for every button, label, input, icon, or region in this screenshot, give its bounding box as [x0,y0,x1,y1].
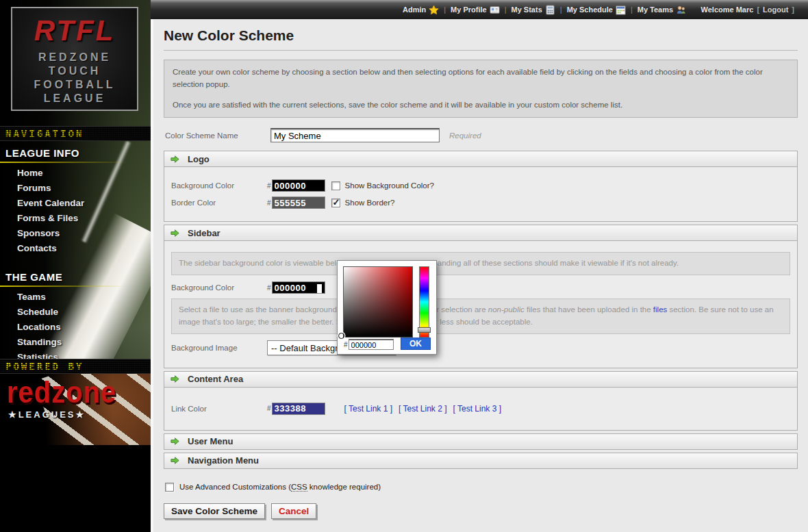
note-italic: non-public [488,305,525,314]
menu-schedule-label: My Schedule [567,5,613,14]
saturation-value-square[interactable] [343,266,413,338]
sidebar-item-forms-files[interactable]: Forms & Files [17,213,151,223]
css-abbr: CSS [291,483,307,492]
separator: | [505,5,507,14]
section-title-sidebar: Sidebar [188,228,220,238]
advanced-label-text: knowledge required) [307,483,381,491]
logo-bg-color-row: Background Color # Show Background Color… [171,179,790,192]
logo-bg-color-input[interactable] [272,179,325,192]
sidebar-item-locations[interactable]: Locations [17,322,151,332]
menu-my-teams[interactable]: My Teams [637,5,686,15]
green-arrow-icon [170,374,180,384]
navigation-band: NAVIGATION [0,126,151,141]
league-logo-line: REDZONE [12,51,137,64]
test-link-1[interactable]: [ Test Link 1 ] [344,404,392,414]
bracket: [ [757,5,759,14]
nav-heading-the-game: THE GAME [5,271,151,283]
button-row: Save Color Scheme Cancel [164,503,798,519]
files-link[interactable]: files [653,305,667,314]
league-logo-line: TOUCH [12,64,137,78]
intro-paragraph-2: Once you are satisfied with the current … [173,99,789,112]
sidebar-item-teams[interactable]: Teams [17,292,151,302]
green-arrow-icon [170,455,180,466]
menu-stats-label: My Stats [512,5,542,14]
section-header-content-area[interactable]: Content Area [164,371,798,388]
show-border-checkbox[interactable] [331,199,340,207]
scheme-name-row: Color Scheme Name Required [165,128,798,142]
save-color-scheme-button[interactable]: Save Color Scheme [164,503,265,519]
redzone-leagues-logo[interactable]: redzone [7,375,116,409]
show-bg-color-label: Show Background Color? [345,181,434,190]
section-title-navigation-menu: Navigation Menu [188,455,259,466]
cancel-button[interactable]: Cancel [271,503,316,519]
section-header-logo[interactable]: Logo [164,151,798,167]
color-selector-circle[interactable] [338,333,344,339]
league-logo[interactable]: RTFL REDZONE TOUCH FOOTBALL LEAGUE [11,7,138,111]
test-link-2[interactable]: [ Test Link 2 ] [399,404,446,414]
picker-ok-button[interactable]: OK [401,338,431,350]
sidebar-item-contacts[interactable]: Contacts [17,243,151,253]
redzone-leagues-sub: ★LEAGUES★ [8,409,86,420]
section-body-content-area: Link Color # [ Test Link 1 ] [ Test Link… [164,388,798,431]
logo-border-color-input[interactable] [272,197,325,209]
test-links: [ Test Link 1 ] [ Test Link 2 ] [ Test L… [344,404,501,414]
menu-admin[interactable]: Admin [403,5,439,15]
menu-my-profile[interactable]: My Profile [451,5,500,15]
sidebar-item-sponsors[interactable]: Sponsors [17,228,151,238]
sidebar-item-event-calendar[interactable]: Event Calendar [17,198,151,208]
topbar-menu: Admin | My Profile | My Stats | My Sched… [403,5,686,15]
sidebar-bg-color-label: Background Color [171,283,267,292]
league-logo-line: FOOTBALL [12,78,137,92]
note-text: Select a file to use as the banner backg… [179,305,488,314]
sidebar-item-schedule[interactable]: Schedule [17,307,151,317]
logo-border-color-label: Border Color [171,199,267,207]
menu-my-stats[interactable]: My Stats [512,5,555,15]
show-bg-color-checkbox[interactable] [331,181,340,190]
scheme-name-input[interactable] [270,128,440,142]
logout-link[interactable]: Logout [763,5,788,14]
link-color-input[interactable] [272,403,325,415]
intro-paragraph-1: Create your own color scheme by choosing… [173,66,789,91]
hash-prefix: # [267,199,271,207]
required-note: Required [449,131,481,140]
section-header-user-menu[interactable]: User Menu [164,433,798,450]
hue-slider-thumb[interactable] [418,327,431,333]
advanced-customizations-row: Use Advanced Customizations (CSS knowled… [165,483,798,492]
separator: | [444,5,446,14]
advanced-customizations-checkbox[interactable] [165,483,174,492]
intro-box: Create your own color scheme by choosing… [164,60,798,118]
picker-hex-input[interactable] [349,339,394,350]
calendar-icon [616,5,626,15]
powered-by-logo: redzone ★LEAGUES★ [0,374,151,445]
hue-slider[interactable] [419,266,429,338]
star-icon [429,5,439,15]
scheme-name-label: Color Scheme Name [165,131,270,140]
test-link-3[interactable]: [ Test Link 3 ] [453,404,501,414]
sidebar-nav: LEAGUE INFO Home Forums Event Calendar F… [0,142,151,367]
hash-prefix: # [267,405,271,412]
page-root: RTFL REDZONE TOUCH FOOTBALL LEAGUE NAVIG… [0,0,808,532]
page-title: New Color Scheme [164,27,798,51]
menu-admin-label: Admin [403,5,426,14]
link-color-label: Link Color [171,405,267,413]
menu-my-schedule[interactable]: My Schedule [567,5,626,15]
picker-hex-row: # [344,339,394,350]
league-logo-line: LEAGUE [12,92,137,105]
menu-profile-label: My Profile [451,5,487,14]
sidebar: RTFL REDZONE TOUCH FOOTBALL LEAGUE NAVIG… [0,0,151,532]
the-game-list: Teams Schedule Locations Standings Stati… [17,292,151,362]
nav-rule [0,162,151,163]
logo-border-color-row: Border Color # Show Border? [171,197,790,209]
hash-prefix: # [267,284,271,292]
main-content: New Color Scheme Create your own color s… [151,19,808,532]
sidebar-item-standings[interactable]: Standings [17,337,151,347]
section-header-sidebar[interactable]: Sidebar [164,225,798,241]
section-title-content-area: Content Area [188,374,243,384]
background-image-label: Background Image [171,344,267,352]
sidebar-item-forums[interactable]: Forums [17,183,151,193]
section-body-sidebar: The sidebar background color is viewable… [164,241,798,368]
league-logo-acronym: RTFL [12,11,137,51]
sidebar-item-home[interactable]: Home [17,168,151,178]
show-border-label: Show Border? [345,199,395,207]
section-header-navigation-menu[interactable]: Navigation Menu [164,453,798,469]
